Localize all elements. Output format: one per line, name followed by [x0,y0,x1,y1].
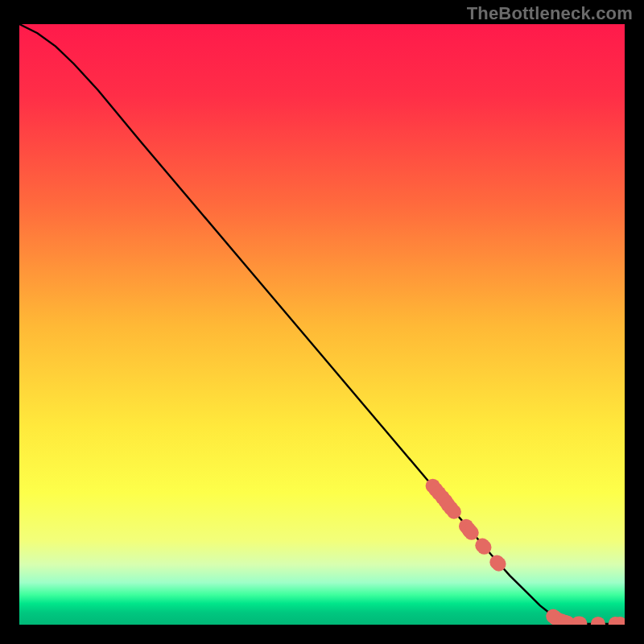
data-marker [464,526,479,540]
data-marker [477,540,492,555]
figure-container: TheBottleneck.com [0,0,644,644]
watermark-text: TheBottleneck.com [467,3,633,24]
data-marker [447,505,461,519]
gradient-background [19,24,625,625]
chart-svg [19,24,625,625]
plot-area [19,24,625,625]
data-marker [492,557,506,572]
